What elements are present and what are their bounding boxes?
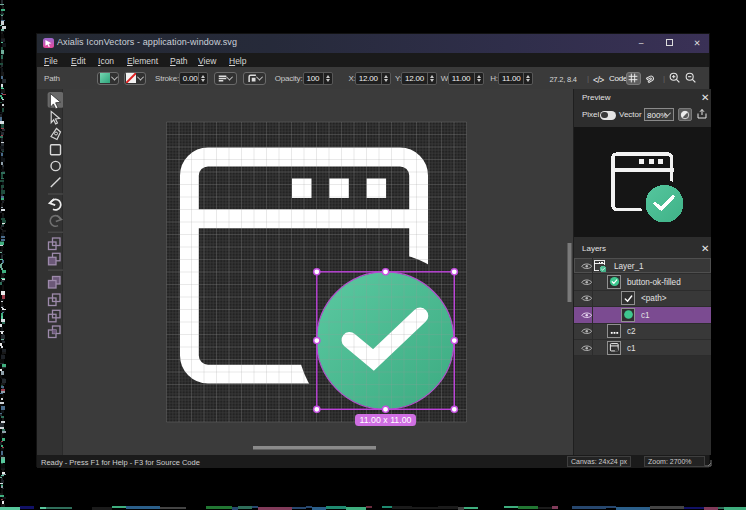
svg-text:11.00 x 11.00: 11.00 x 11.00 [359, 415, 411, 425]
